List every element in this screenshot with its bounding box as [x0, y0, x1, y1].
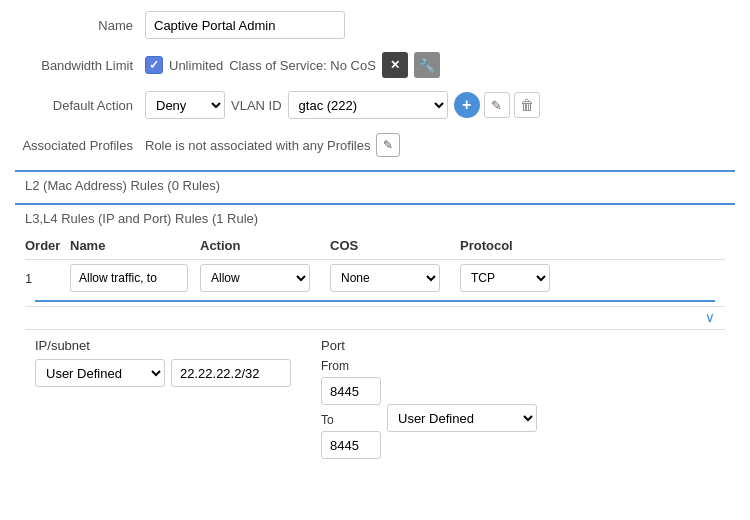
l2-section-header: L2 (Mac Address) Rules (0 Rules): [15, 170, 735, 199]
row-name: [70, 264, 200, 292]
collapse-row: ∧: [25, 307, 725, 330]
cos-close-button[interactable]: ✕: [382, 52, 408, 78]
col-action-header: Action: [200, 238, 330, 253]
name-row: Name: [15, 10, 735, 40]
bandwidth-row: Bandwidth Limit Unlimited Class of Servi…: [15, 50, 735, 80]
table-header: Order Name Action COS Protocol: [25, 232, 725, 260]
cos-label: Class of Service: No CoS: [229, 58, 376, 73]
vlan-id-label: VLAN ID: [231, 98, 282, 113]
col-cos-header: COS: [330, 238, 460, 253]
port-row: From To User Defined: [321, 359, 537, 459]
cos-wrench-button[interactable]: 🔧: [414, 52, 440, 78]
ip-type-select[interactable]: User Defined: [35, 359, 165, 387]
vlan-edit-button[interactable]: ✎: [484, 92, 510, 118]
profiles-edit-button[interactable]: ✎: [376, 133, 400, 157]
associated-label: Associated Profiles: [15, 138, 145, 153]
unlimited-label: Unlimited: [169, 58, 223, 73]
to-label: To: [321, 413, 381, 427]
port-to-input[interactable]: [321, 431, 381, 459]
row-name-input[interactable]: [70, 264, 188, 292]
port-from-input[interactable]: [321, 377, 381, 405]
row-protocol-select[interactable]: TCP: [460, 264, 550, 292]
vlan-select[interactable]: gtac (222): [288, 91, 448, 119]
row-protocol: TCP: [460, 264, 580, 292]
row-action-select[interactable]: Allow: [200, 264, 310, 292]
rules-table: Order Name Action COS Protocol 1 Allow N…: [25, 232, 725, 467]
col-protocol-header: Protocol: [460, 238, 580, 253]
ip-port-section: IP/subnet User Defined Port From: [25, 330, 725, 467]
default-action-label: Default Action: [15, 98, 145, 113]
profiles-text: Role is not associated with any Profiles: [145, 138, 370, 153]
row-cos-select[interactable]: None: [330, 264, 440, 292]
default-action-row: Default Action Deny VLAN ID gtac (222) +…: [15, 90, 735, 120]
port-type-select[interactable]: User Defined: [387, 404, 537, 432]
ip-subnet-label: IP/subnet: [35, 338, 291, 353]
vlan-delete-button[interactable]: 🗑: [514, 92, 540, 118]
name-input[interactable]: [145, 11, 345, 39]
collapse-button[interactable]: ∧: [705, 311, 715, 327]
port-group: Port From To User Defined: [321, 338, 537, 459]
ip-group: IP/subnet User Defined: [35, 338, 291, 387]
l3-section-header: L3,L4 Rules (IP and Port) Rules (1 Rule): [15, 203, 735, 232]
col-order-header: Order: [25, 238, 70, 253]
row-action: Allow: [200, 264, 330, 292]
from-label: From: [321, 359, 381, 373]
row-cos: None: [330, 264, 460, 292]
col-name-header: Name: [70, 238, 200, 253]
port-label: Port: [321, 338, 537, 353]
expanded-panel: ∧ IP/subnet User Defined Port: [25, 306, 725, 467]
table-divider: [35, 300, 715, 302]
vlan-add-button[interactable]: +: [454, 92, 480, 118]
ip-row: User Defined: [35, 359, 291, 387]
row-order: 1: [25, 271, 70, 286]
default-action-select[interactable]: Deny: [145, 91, 225, 119]
name-label: Name: [15, 18, 145, 33]
bandwidth-checkbox[interactable]: [145, 56, 163, 74]
port-from-to: From To: [321, 359, 381, 459]
table-row: 1 Allow None TCP: [25, 260, 725, 296]
associated-profiles-row: Associated Profiles Role is not associat…: [15, 130, 735, 160]
ip-value-input[interactable]: [171, 359, 291, 387]
bandwidth-label: Bandwidth Limit: [15, 58, 145, 73]
